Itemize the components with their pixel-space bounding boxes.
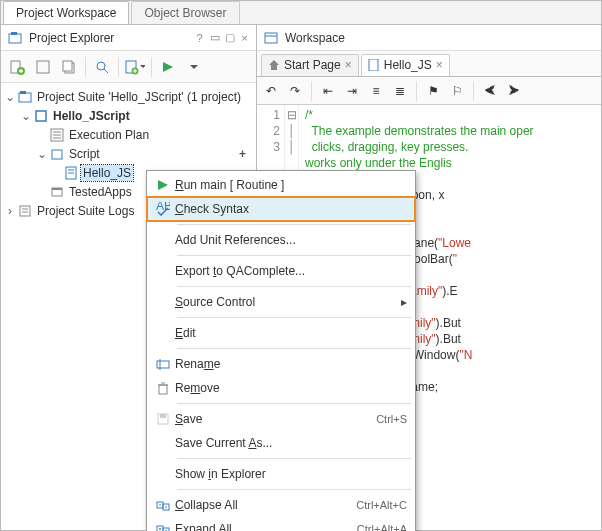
menu-label: Save [175, 412, 376, 426]
redo-button[interactable]: ↷ [285, 81, 305, 101]
submenu-arrow-icon: ▸ [401, 295, 407, 309]
help-icon[interactable]: ? [194, 32, 205, 43]
menu-label: Check Syntax [175, 202, 407, 216]
menu-export-to-qacomplete[interactable]: Export to QAComplete... [147, 259, 415, 283]
twisty-icon[interactable]: ⌄ [19, 109, 33, 123]
pin-icon[interactable]: ▢ [224, 32, 235, 43]
project-icon [33, 108, 49, 124]
undo-button[interactable]: ↶ [261, 81, 281, 101]
menu-label: Expand All [175, 522, 357, 531]
tree-exec-plan[interactable]: Execution Plan [1, 125, 256, 144]
menu-source-control[interactable]: Source Control▸ [147, 290, 415, 314]
menu-run-main-routine[interactable]: Run main [ Routine ] [147, 173, 415, 197]
list-button[interactable]: ≡ [366, 81, 386, 101]
nav-back-button[interactable]: ⮜ [480, 81, 500, 101]
svg-rect-4 [37, 61, 49, 73]
svg-rect-18 [52, 188, 62, 190]
menu-label: Source Control [175, 295, 401, 309]
open-button[interactable] [31, 55, 55, 79]
svg-rect-19 [20, 206, 30, 216]
close-icon[interactable]: × [436, 58, 443, 72]
menu-remove[interactable]: Remove [147, 376, 415, 400]
menu-label: Remove [175, 381, 407, 395]
twisty-icon[interactable]: › [3, 204, 17, 218]
script-file-icon [368, 59, 380, 71]
svg-point-7 [97, 62, 105, 70]
remove-icon [151, 381, 175, 395]
editor-toolbar: ↶ ↷ ⇤ ⇥ ≡ ≣ ⚑ ⚐ ⮜ ⮞ [257, 77, 601, 105]
workspace-tabs: Project Workspace Object Browser [1, 1, 601, 25]
svg-rect-26 [159, 385, 167, 394]
bookmark2-button[interactable]: ⚐ [447, 81, 467, 101]
collapse-icon [151, 498, 175, 512]
menu-add-unit-references: Add Unit References... [147, 228, 415, 252]
workspace-icon [263, 30, 279, 46]
menu-rename[interactable]: Rename [147, 352, 415, 376]
tab-object-browser[interactable]: Object Browser [131, 1, 239, 24]
run-button[interactable] [156, 55, 180, 79]
svg-rect-24 [157, 361, 169, 368]
add-dropdown-button[interactable] [123, 55, 147, 79]
script-file-icon [63, 165, 79, 181]
menu-check-syntax[interactable]: ABCCheck Syntax [147, 197, 415, 221]
svg-text:ABC: ABC [156, 202, 170, 213]
svg-rect-15 [52, 150, 62, 159]
menu-label: Export to QAComplete... [175, 264, 407, 278]
svg-rect-1 [11, 32, 17, 35]
svg-rect-11 [19, 93, 31, 102]
menu-label: Collapse All [175, 498, 356, 512]
twisty-icon[interactable]: ⌄ [35, 147, 49, 161]
menu-edit[interactable]: Edit [147, 321, 415, 345]
twisty-icon[interactable]: ⌄ [3, 90, 17, 104]
execution-plan-icon [49, 127, 65, 143]
save-icon [151, 412, 175, 426]
logs-icon [17, 203, 33, 219]
indent-button[interactable]: ⇥ [342, 81, 362, 101]
project-explorer-toolbar [1, 51, 256, 83]
svg-rect-13 [36, 111, 46, 121]
script-folder-icon [49, 146, 65, 162]
workspace-header: Workspace [257, 25, 601, 51]
svg-rect-20 [265, 33, 277, 43]
new-item-button[interactable] [5, 55, 29, 79]
find-button[interactable] [90, 55, 114, 79]
tested-apps-icon [49, 184, 65, 200]
menu-save-current-as[interactable]: Save Current As... [147, 431, 415, 455]
menu-show-in-explorer[interactable]: Show in Explorer [147, 462, 415, 486]
tab-start-page[interactable]: Start Page × [261, 54, 359, 76]
context-menu: Run main [ Routine ]ABCCheck SyntaxAdd U… [146, 170, 416, 531]
tree-suite[interactable]: ⌄ Project Suite 'Hello_JScript' (1 proje… [1, 87, 256, 106]
menu-label: Edit [175, 326, 407, 340]
run-menu-button[interactable] [182, 55, 206, 79]
svg-line-8 [104, 69, 108, 73]
menu-label: Save Current As... [175, 436, 407, 450]
list2-button[interactable]: ≣ [390, 81, 410, 101]
workspace-title: Workspace [285, 31, 595, 45]
home-icon [268, 59, 280, 71]
close-icon[interactable]: × [239, 32, 250, 43]
rename-icon [151, 357, 175, 371]
menu-label: Run main [ Routine ] [175, 178, 407, 192]
bookmark-button[interactable]: ⚑ [423, 81, 443, 101]
menu-collapse-all[interactable]: Collapse AllCtrl+Alt+C [147, 493, 415, 517]
suite-icon [17, 89, 33, 105]
svg-rect-6 [63, 61, 72, 71]
outdent-button[interactable]: ⇤ [318, 81, 338, 101]
svg-rect-22 [369, 59, 378, 71]
menu-expand-all[interactable]: Expand AllCtrl+Alt+A [147, 517, 415, 531]
run-icon [151, 178, 175, 192]
tree-script[interactable]: ⌄ Script [1, 144, 256, 163]
tree-project[interactable]: ⌄ Hello_JScript [1, 106, 256, 125]
project-explorer-title: Project Explorer [29, 31, 190, 45]
nav-fwd-button[interactable]: ⮞ [504, 81, 524, 101]
project-explorer-header: Project Explorer ? ▭ ▢ × [1, 25, 256, 51]
document-tabs: Start Page × Hello_JS × [257, 51, 601, 77]
menu-accelerator: Ctrl+S [376, 413, 407, 425]
copy-button[interactable] [57, 55, 81, 79]
project-explorer-icon [7, 30, 23, 46]
window-pos-icon[interactable]: ▭ [209, 32, 220, 43]
tab-hello-js[interactable]: Hello_JS × [361, 54, 450, 76]
tab-project-workspace[interactable]: Project Workspace [3, 1, 129, 24]
menu-label: Show in Explorer [175, 467, 407, 481]
close-icon[interactable]: × [345, 58, 352, 72]
